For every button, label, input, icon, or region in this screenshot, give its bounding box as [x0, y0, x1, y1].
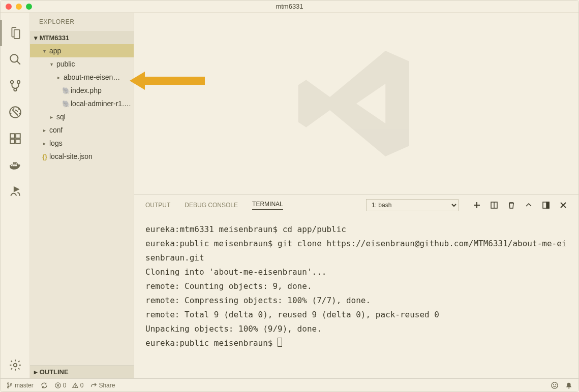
terminal-line: eureka:mtm6331 meisenbraun$ cd app/publi… — [145, 222, 567, 237]
workspace-header[interactable]: ▾ MTM6331 — [30, 31, 134, 44]
outline-header[interactable]: ▸ OUTLINE — [30, 365, 134, 378]
svg-rect-16 — [546, 202, 549, 208]
tree-item[interactable]: ▸conf — [30, 123, 134, 137]
chevron-right-icon: ▸ — [48, 114, 54, 120]
new-terminal-icon[interactable] — [473, 201, 481, 209]
tree-item-label: public — [56, 60, 75, 68]
svg-rect-6 — [10, 134, 15, 138]
tree-item[interactable]: ▸sql — [30, 110, 134, 123]
svg-point-21 — [11, 383, 12, 385]
tree-item-label: local-site.json — [49, 152, 93, 160]
git-branch-status[interactable]: master — [7, 382, 34, 389]
tree-item-label: index.php — [71, 86, 102, 94]
tree-item[interactable]: 🐘local-adminer-r1.… — [30, 97, 134, 110]
branch-name: master — [15, 382, 34, 389]
kill-terminal-icon[interactable] — [507, 201, 515, 209]
chevron-right-icon: ▸ — [41, 141, 47, 146]
terminal-line: eureka:public meisenbraun$ git clone htt… — [145, 237, 567, 265]
json-file-icon: {} — [40, 153, 49, 160]
vscode-window: mtm6331 — [0, 0, 579, 392]
close-panel-icon[interactable] — [559, 201, 567, 209]
tree-item[interactable]: ▾app — [30, 44, 134, 57]
svg-rect-9 — [16, 134, 20, 138]
svg-point-20 — [8, 386, 9, 388]
titlebar: mtm6331 — [1, 1, 578, 13]
svg-point-29 — [556, 384, 556, 385]
svg-point-10 — [13, 364, 17, 367]
bottom-panel: OUTPUT DEBUG CONSOLE TERMINAL 1: bash — [134, 194, 578, 378]
toggle-layout-icon[interactable] — [542, 201, 550, 209]
settings-gear-icon[interactable] — [1, 352, 30, 378]
sync-icon — [41, 382, 48, 389]
share-icon — [90, 382, 97, 388]
terminal-line: Cloning into 'about-me-eisenbraun'... — [145, 265, 567, 279]
problems-status[interactable]: 0 0 — [55, 382, 84, 389]
terminal-output[interactable]: eureka:mtm6331 meisenbraun$ cd app/publi… — [134, 215, 578, 378]
chevron-down-icon: ▾ — [48, 61, 54, 67]
chevron-down-icon: ▾ — [41, 48, 47, 54]
svg-line-1 — [17, 61, 20, 64]
svg-point-26 — [75, 386, 75, 387]
explorer-sidebar: EXPLORER ▾ MTM6331 ▾app▾public▸about-me-… — [30, 13, 134, 378]
split-terminal-icon[interactable] — [490, 201, 498, 209]
vscode-watermark-icon — [290, 38, 422, 170]
warnings-count: 0 — [80, 382, 84, 389]
docker-icon[interactable] — [1, 152, 30, 178]
extensions-icon[interactable] — [1, 125, 30, 152]
svg-point-2 — [10, 81, 13, 83]
svg-rect-8 — [16, 139, 20, 144]
panel-actions — [473, 201, 567, 209]
terminal-shell-select[interactable]: 1: bash — [366, 199, 459, 211]
php-file-icon: 🐘 — [62, 87, 71, 94]
live-share-icon[interactable] — [1, 178, 30, 205]
tree-item-label: conf — [49, 126, 63, 134]
explorer-icon[interactable] — [1, 20, 30, 46]
php-file-icon: 🐘 — [62, 100, 71, 108]
chevron-right-icon: ▸ — [34, 368, 40, 376]
tree-item-label: local-adminer-r1.… — [71, 100, 131, 108]
feedback-icon[interactable] — [551, 382, 558, 389]
empty-editor — [134, 13, 578, 194]
svg-rect-7 — [10, 139, 15, 144]
tab-output[interactable]: OUTPUT — [145, 202, 170, 209]
tab-terminal[interactable]: TERMINAL — [252, 201, 283, 210]
notifications-icon[interactable] — [565, 382, 572, 389]
chevron-down-icon: ▾ — [34, 34, 40, 42]
svg-point-0 — [10, 54, 18, 62]
terminal-line: remote: Total 9 (delta 0), reused 9 (del… — [145, 308, 567, 322]
editor-area: OUTPUT DEBUG CONSOLE TERMINAL 1: bash — [134, 13, 578, 378]
tree-item[interactable]: ▸about-me-eisen… — [30, 71, 134, 84]
search-icon[interactable] — [1, 46, 30, 73]
terminal-line: remote: Compressing objects: 100% (7/7),… — [145, 293, 567, 308]
maximize-panel-icon[interactable] — [525, 201, 533, 209]
share-label: Share — [99, 382, 115, 389]
tab-debug-console[interactable]: DEBUG CONSOLE — [185, 202, 238, 209]
svg-point-28 — [553, 384, 554, 385]
workspace-name: MTM6331 — [40, 34, 70, 42]
tree-item-label: about-me-eisen… — [64, 73, 120, 81]
terminal-cursor — [278, 338, 282, 347]
source-control-icon[interactable] — [1, 73, 30, 99]
panel-tabs: OUTPUT DEBUG CONSOLE TERMINAL 1: bash — [134, 195, 578, 215]
workbench-body: EXPLORER ▾ MTM6331 ▾app▾public▸about-me-… — [1, 13, 578, 378]
error-icon — [55, 382, 61, 388]
live-share-status[interactable]: Share — [90, 382, 115, 389]
warning-icon — [72, 382, 78, 388]
file-tree: ▾app▾public▸about-me-eisen…🐘index.php🐘lo… — [30, 44, 134, 163]
tree-item-label: app — [49, 47, 61, 55]
tree-item[interactable]: 🐘index.php — [30, 84, 134, 97]
tree-item-label: logs — [49, 139, 63, 147]
sync-button[interactable] — [41, 382, 48, 389]
terminal-line: eureka:public meisenbraun$ — [145, 336, 567, 350]
svg-point-27 — [552, 382, 558, 388]
activity-bar — [1, 13, 30, 378]
errors-count: 0 — [63, 382, 67, 389]
svg-point-19 — [8, 382, 9, 384]
chevron-right-icon: ▸ — [41, 127, 47, 133]
window-title: mtm6331 — [1, 3, 578, 10]
tree-item[interactable]: ▸logs — [30, 137, 134, 150]
tree-item[interactable]: {}local-site.json — [30, 150, 134, 163]
debug-icon[interactable] — [1, 99, 30, 125]
tree-item[interactable]: ▾public — [30, 57, 134, 71]
terminal-line: remote: Counting objects: 9, done. — [145, 279, 567, 293]
